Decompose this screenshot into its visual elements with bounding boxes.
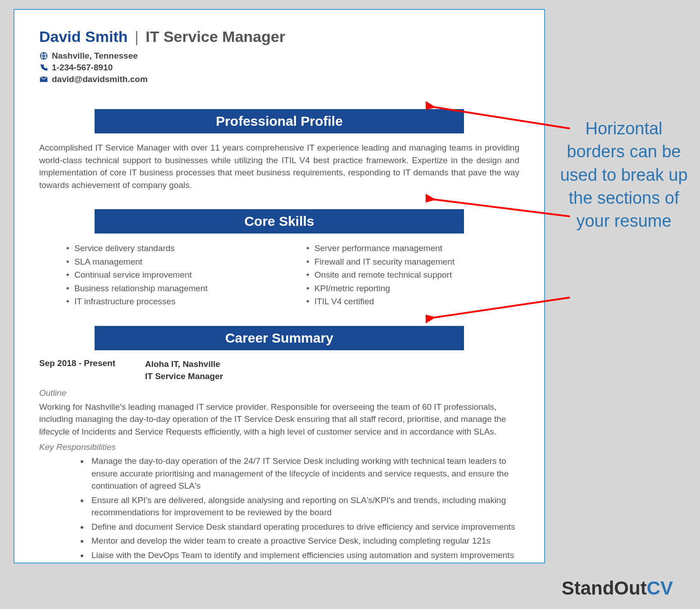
skills-left-list: Service delivery standards SLA managemen… (66, 242, 279, 308)
phone-icon (39, 63, 49, 72)
list-item: ITIL V4 certified (306, 295, 519, 308)
job-company: Aloha IT, Nashville (145, 358, 223, 371)
location-text: Nashville, Tennessee (52, 51, 138, 61)
list-item: Continual service improvement (66, 268, 279, 281)
header-name-line: David Smith | IT Service Manager (39, 28, 519, 46)
responsibilities-label: Key Responsibilities (39, 442, 519, 452)
name-divider: | (135, 28, 139, 45)
list-item: SLA management (66, 255, 279, 268)
section-bar-profile: Professional Profile (95, 109, 464, 133)
phone-text: 1-234-567-8910 (52, 63, 113, 73)
resume-document: David Smith | IT Service Manager Nashvil… (14, 9, 545, 563)
section-bar-career: Career Summary (95, 326, 464, 350)
list-item: Business relationship management (66, 282, 279, 295)
list-item: Manage the day-to-day operation of the 2… (89, 455, 519, 492)
list-item: Service delivery standards (66, 242, 279, 255)
brand-part1: StandOut (562, 577, 647, 599)
skills-right-list: Server performance management Firewall a… (306, 242, 519, 308)
outline-text: Working for Nashville's leading managed … (39, 401, 519, 438)
person-title: IT Service Manager (145, 28, 285, 45)
contact-location: Nashville, Tennessee (39, 51, 519, 61)
job-role: IT Service Manager (145, 371, 223, 383)
brand-part2: CV (647, 577, 673, 599)
list-item: IT infrastructure processes (66, 295, 279, 308)
list-item: Define and document Service Desk standar… (89, 521, 519, 533)
list-item: Onsite and remote technical support (306, 268, 519, 281)
job-info: Aloha IT, Nashville IT Service Manager (145, 358, 223, 382)
list-item: Server performance management (306, 242, 519, 255)
email-text: david@davidsmith.com (52, 74, 148, 84)
outline-label: Outline (39, 388, 519, 398)
annotation-text: Horizontal borders can be used to break … (559, 117, 689, 233)
job-date: Sep 2018 - Present (39, 358, 145, 382)
profile-paragraph: Accomplished IT Service Manager with ove… (39, 142, 519, 191)
job-header: Sep 2018 - Present Aloha IT, Nashville I… (39, 358, 519, 382)
globe-icon (39, 51, 49, 60)
list-item: Mentor and develop the wider team to cre… (89, 535, 519, 547)
skills-columns: Service delivery standards SLA managemen… (39, 242, 519, 308)
list-item: Ensure all KPI's are delivered, alongsid… (89, 494, 519, 519)
brand-logo: StandOutCV (562, 577, 673, 599)
contact-phone: 1-234-567-8910 (39, 63, 519, 73)
list-item: Liaise with the DevOps Team to identify … (89, 549, 519, 562)
person-name: David Smith (39, 28, 127, 45)
list-item: Firewall and IT security management (306, 255, 519, 268)
responsibilities-list: Manage the day-to-day operation of the 2… (39, 455, 519, 561)
contact-email: david@davidsmith.com (39, 74, 519, 84)
list-item: KPI/metric reporting (306, 282, 519, 295)
email-icon (39, 75, 49, 84)
section-bar-skills: Core Skills (95, 209, 464, 234)
